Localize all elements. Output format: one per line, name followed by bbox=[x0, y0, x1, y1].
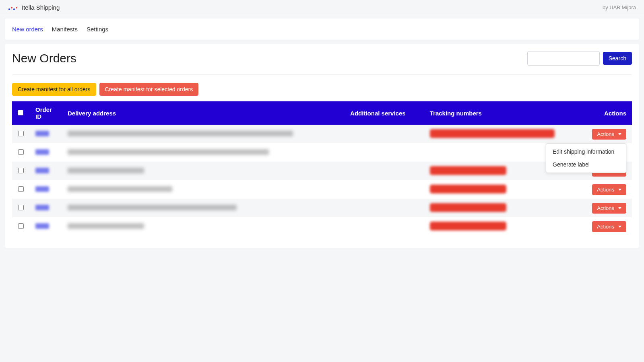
table-row: ActionsEdit shipping informationGenerate… bbox=[12, 125, 632, 143]
tracking-badge bbox=[430, 185, 506, 193]
chevron-down-icon bbox=[618, 133, 621, 135]
col-additional-services: Additional services bbox=[345, 101, 424, 125]
nav-tab-manifests[interactable]: Manifests bbox=[52, 19, 78, 40]
tracking-badge bbox=[430, 203, 506, 212]
row-actions-label: Actions bbox=[597, 187, 614, 193]
table-row: Actions bbox=[12, 217, 632, 236]
col-select-all bbox=[12, 101, 30, 125]
search-input[interactable] bbox=[527, 51, 600, 66]
nav-tabs: New ordersManifestsSettings bbox=[12, 19, 632, 40]
tracking-badge bbox=[430, 222, 506, 230]
delivery-address-text bbox=[68, 223, 144, 229]
create-manifest-all-button[interactable]: Create manifest for all orders bbox=[12, 83, 96, 96]
additional-services-cell bbox=[345, 162, 424, 180]
nav-card: New ordersManifestsSettings bbox=[5, 19, 639, 40]
table-row: Actions bbox=[12, 199, 632, 217]
actions-dropdown: Edit shipping informationGenerate label bbox=[546, 143, 626, 173]
row-checkbox[interactable] bbox=[18, 168, 24, 173]
row-checkbox[interactable] bbox=[18, 186, 24, 192]
row-checkbox[interactable] bbox=[18, 131, 24, 136]
additional-services-cell bbox=[345, 180, 424, 199]
row-checkbox[interactable] bbox=[18, 205, 24, 210]
col-order-id: Order ID bbox=[30, 101, 62, 125]
order-id-link[interactable] bbox=[35, 149, 49, 155]
delivery-address-text bbox=[68, 149, 269, 155]
select-all-checkbox[interactable] bbox=[18, 110, 23, 115]
additional-services-cell bbox=[345, 199, 424, 217]
col-delivery-address: Delivery address bbox=[62, 101, 345, 125]
delivery-address-text bbox=[68, 205, 237, 210]
main-card: New Orders Search Create manifest for al… bbox=[5, 44, 639, 248]
svg-point-1 bbox=[11, 7, 12, 8]
order-id-link[interactable] bbox=[35, 205, 49, 210]
svg-point-3 bbox=[16, 7, 17, 8]
row-checkbox[interactable] bbox=[18, 149, 24, 155]
row-actions-button[interactable]: Actions bbox=[592, 184, 626, 195]
tracking-badge bbox=[430, 129, 555, 138]
col-tracking-numbers: Tracking numbers bbox=[424, 101, 587, 125]
delivery-address-text bbox=[68, 186, 172, 192]
dropdown-edit-shipping[interactable]: Edit shipping information bbox=[546, 145, 626, 158]
col-actions: Actions bbox=[586, 101, 632, 125]
table-row: Actions bbox=[12, 143, 632, 162]
order-id-link[interactable] bbox=[35, 186, 49, 192]
chevron-down-icon bbox=[618, 226, 621, 228]
chevron-down-icon bbox=[618, 189, 621, 191]
chevron-down-icon bbox=[618, 207, 621, 209]
table-row: Actions bbox=[12, 180, 632, 199]
nav-tab-new-orders[interactable]: New orders bbox=[12, 19, 43, 40]
additional-services-cell bbox=[345, 217, 424, 236]
additional-services-cell bbox=[345, 143, 424, 162]
orders-table: Order ID Delivery address Additional ser… bbox=[12, 101, 632, 236]
nav-tab-settings[interactable]: Settings bbox=[87, 19, 108, 40]
row-checkbox[interactable] bbox=[18, 223, 24, 229]
delivery-address-text bbox=[68, 131, 293, 136]
table-row: Actions bbox=[12, 162, 632, 180]
dropdown-generate-label[interactable]: Generate label bbox=[546, 158, 626, 171]
vendor-label: by UAB Mijora bbox=[603, 4, 636, 10]
order-id-link[interactable] bbox=[35, 131, 49, 136]
row-actions-label: Actions bbox=[597, 205, 614, 211]
row-actions-label: Actions bbox=[597, 131, 614, 137]
search-button[interactable]: Search bbox=[603, 52, 632, 65]
create-manifest-selected-button[interactable]: Create manifest for selected orders bbox=[99, 83, 199, 96]
tracking-badge bbox=[430, 166, 506, 175]
row-actions-button[interactable]: Actions bbox=[592, 221, 626, 232]
svg-point-2 bbox=[13, 8, 15, 10]
delivery-address-text bbox=[68, 168, 144, 173]
order-id-link[interactable] bbox=[35, 223, 49, 229]
brand-logo-icon bbox=[8, 4, 18, 11]
page-title: New Orders bbox=[12, 51, 76, 65]
row-actions-button[interactable]: Actions bbox=[592, 129, 626, 140]
row-actions-label: Actions bbox=[597, 224, 614, 230]
row-actions-button[interactable]: Actions bbox=[592, 203, 626, 214]
order-id-link[interactable] bbox=[35, 168, 49, 173]
svg-point-0 bbox=[8, 8, 10, 10]
topbar: Itella Shipping by UAB Mijora bbox=[0, 0, 644, 15]
app-title: Itella Shipping bbox=[22, 4, 60, 11]
additional-services-cell bbox=[345, 125, 424, 143]
